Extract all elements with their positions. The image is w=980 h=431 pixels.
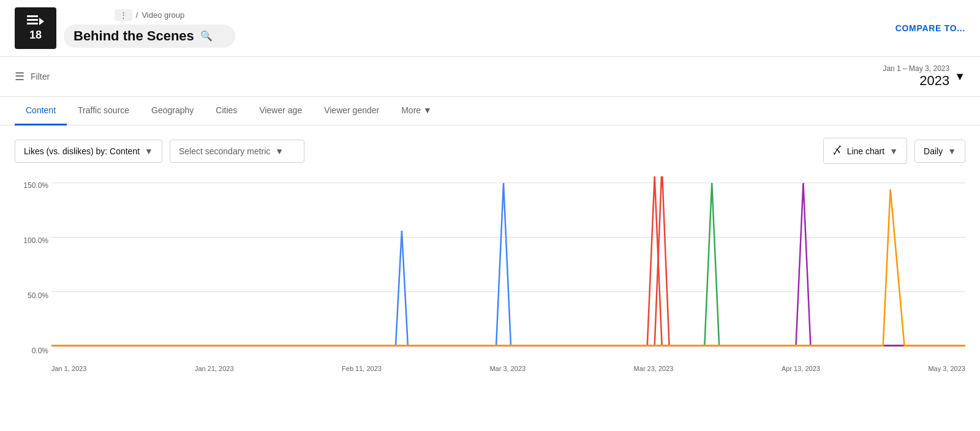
- secondary-metric-caret: ▼: [275, 146, 284, 156]
- date-range-main: 2023: [883, 73, 949, 89]
- y-axis-labels: 150.0% 100.0% 50.0% 0.0%: [15, 176, 48, 360]
- header-left: 18 ⋮ / Video group Behind the Scenes 🔍: [15, 7, 235, 49]
- y-label-50: 50.0%: [15, 291, 48, 300]
- interval-dropdown[interactable]: Daily ▼: [914, 140, 965, 163]
- primary-metric-label: Likes (vs. dislikes) by: Content: [24, 146, 140, 156]
- line-chart-icon: 〆: [832, 144, 842, 157]
- x-label-jan21: Jan 21, 2023: [195, 365, 234, 372]
- tab-viewer-gender[interactable]: Viewer gender: [313, 97, 390, 126]
- filter-label: Filter: [31, 72, 50, 81]
- playlist-icon: 18: [15, 7, 56, 49]
- tab-content[interactable]: Content: [15, 97, 67, 126]
- chart-type-caret: ▼: [889, 146, 898, 156]
- line-chart-svg: [51, 176, 965, 360]
- secondary-metric-dropdown[interactable]: Select secondary metric ▼: [170, 140, 304, 163]
- chart-type-label: Line chart: [847, 146, 884, 156]
- y-label-0: 0.0%: [15, 347, 48, 355]
- svg-rect-2: [27, 23, 38, 24]
- y-label-100: 100.0%: [15, 236, 48, 245]
- controls-right: 〆 Line chart ▼ Daily ▼: [823, 138, 965, 164]
- tab-traffic-source[interactable]: Traffic source: [67, 97, 140, 126]
- controls-left: Likes (vs. dislikes) by: Content ▼ Selec…: [15, 140, 304, 163]
- x-label-jan1: Jan 1, 2023: [51, 365, 87, 372]
- playlist-count: 18: [29, 29, 42, 42]
- filter-icon: ☰: [15, 70, 24, 83]
- title-search-box: Behind the Scenes 🔍: [64, 24, 235, 48]
- page-title: Behind the Scenes: [74, 28, 194, 44]
- compare-to-button[interactable]: COMPARE TO...: [895, 23, 965, 33]
- filter-left[interactable]: ☰ Filter: [15, 70, 50, 83]
- chart-container: 150.0% 100.0% 50.0% 0.0%: [15, 176, 965, 360]
- tab-viewer-age[interactable]: Viewer age: [248, 97, 313, 126]
- breadcrumb-sep: /: [136, 10, 138, 20]
- x-label-mar23: Mar 23, 2023: [634, 365, 674, 372]
- search-icon[interactable]: 🔍: [200, 30, 213, 42]
- svg-rect-0: [27, 15, 38, 17]
- svg-rect-9: [51, 176, 965, 360]
- chart-type-dropdown[interactable]: 〆 Line chart ▼: [823, 138, 907, 164]
- breadcrumb-current: Video group: [141, 10, 184, 20]
- interval-caret: ▼: [948, 146, 956, 156]
- playlist-svg-icon: [27, 15, 44, 29]
- breadcrumb-link[interactable]: ⋮: [115, 9, 132, 21]
- more-dropdown-arrow: ▼: [423, 105, 432, 115]
- tab-cities[interactable]: Cities: [205, 97, 248, 126]
- date-range-selector[interactable]: Jan 1 – May 3, 2023 2023 ▼: [883, 64, 965, 89]
- breadcrumb-top: ⋮ / Video group: [115, 9, 185, 21]
- interval-label: Daily: [924, 146, 943, 156]
- primary-metric-caret: ▼: [145, 146, 153, 156]
- primary-metric-dropdown[interactable]: Likes (vs. dislikes) by: Content ▼: [15, 140, 162, 163]
- tab-more[interactable]: More ▼: [390, 97, 443, 126]
- controls-row: Likes (vs. dislikes) by: Content ▼ Selec…: [0, 126, 980, 176]
- x-label-mar3: Mar 3, 2023: [489, 365, 526, 372]
- date-range-sub: Jan 1 – May 3, 2023: [883, 64, 949, 73]
- chart-area: 150.0% 100.0% 50.0% 0.0%: [0, 176, 980, 387]
- x-label-feb11: Feb 11, 2023: [342, 365, 382, 372]
- tab-geography[interactable]: Geography: [140, 97, 205, 126]
- breadcrumb: ⋮ / Video group Behind the Scenes 🔍: [64, 9, 235, 48]
- date-dropdown-arrow: ▼: [954, 70, 965, 83]
- x-label-apr13: Apr 13, 2023: [782, 365, 820, 372]
- date-range-text: Jan 1 – May 3, 2023 2023: [883, 64, 949, 89]
- y-label-150: 150.0%: [15, 181, 48, 190]
- filter-bar: ☰ Filter Jan 1 – May 3, 2023 2023 ▼: [0, 57, 980, 97]
- x-axis-labels: Jan 1, 2023 Jan 21, 2023 Feb 11, 2023 Ma…: [15, 360, 965, 372]
- svg-rect-1: [27, 19, 38, 21]
- x-label-may3: May 3, 2023: [928, 365, 965, 372]
- tabs-bar: Content Traffic source Geography Cities …: [0, 97, 980, 126]
- secondary-metric-label: Select secondary metric: [179, 146, 270, 156]
- svg-marker-3: [39, 18, 44, 25]
- header: 18 ⋮ / Video group Behind the Scenes 🔍 C…: [0, 0, 980, 57]
